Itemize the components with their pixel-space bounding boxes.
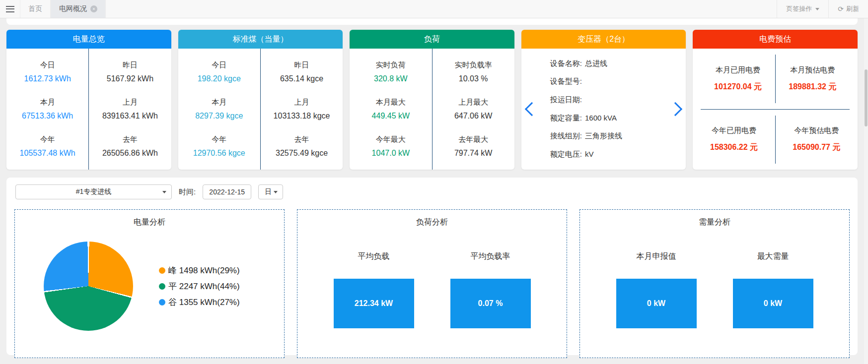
metric-label: 本月申报值 <box>637 251 676 262</box>
stat-label: 今日 <box>8 61 86 70</box>
stat-cell: 今年最大 1047.0 kW <box>352 135 430 158</box>
refresh-button[interactable]: ⟳ 刷新 <box>828 0 868 18</box>
metric-declared-value: 本月申报值 0 kW <box>616 251 697 328</box>
transformer-line: 接线组别:三角形接线 <box>550 131 662 141</box>
stat-label: 实时负载率 <box>434 61 512 70</box>
refresh-label: 刷新 <box>846 4 859 13</box>
stat-cell: 去年 265056.86 kWh <box>91 135 169 158</box>
legend-item-peak[interactable]: 峰 1498 kWh(29%) <box>159 265 240 276</box>
stat-value: 12970.56 kgce <box>180 149 258 158</box>
tab-operations-dropdown[interactable]: 页签操作 <box>777 0 828 18</box>
field-label: 设备名称: <box>550 59 582 67</box>
panel-demand-analysis: 需量分析 本月申报值 0 kW 最大需量 0 kW <box>579 209 850 358</box>
legend-text: 平 2247 kWh(44%) <box>168 281 240 292</box>
field-label: 接线组别: <box>550 131 582 140</box>
stat-value: 103133.18 kgce <box>263 112 341 121</box>
stat-label: 昨日 <box>91 61 169 70</box>
stat-cell: 今年 12970.56 kgce <box>180 135 258 158</box>
metric-value-box: 0 kW <box>616 279 697 328</box>
stat-label: 去年 <box>91 135 169 144</box>
panel-title: 需量分析 <box>580 217 849 228</box>
card-coal-title: 标准煤（当量） <box>178 30 343 49</box>
energy-pie-chart <box>44 242 133 331</box>
metric-avg-load-rate: 平均负载率 0.07 % <box>450 251 531 328</box>
stat-value: 449.45 kW <box>352 112 430 121</box>
stat-value: 10.03 % <box>434 74 512 83</box>
load-left-column: 实时负荷 320.8 kW 本月最大 449.45 kW 今年最大 1047.0… <box>350 49 432 170</box>
menu-toggle-button[interactable] <box>0 0 20 18</box>
field-value: 1600 kVA <box>585 114 617 122</box>
card-transformer: 变压器（2台） 设备名称:总进线 设备型号: 投运日期: 额 <box>521 30 686 170</box>
transformer-line: 额定容量:1600 kVA <box>550 114 662 123</box>
stat-cell: 今日 1612.73 kWh <box>8 61 86 83</box>
legend-item-valley[interactable]: 谷 1355 kWh(27%) <box>159 297 240 308</box>
stat-label: 今年 <box>8 135 86 144</box>
fee-cell: 今年已用电费 158306.22 元 <box>693 116 775 164</box>
stat-cell: 今日 198.20 kgce <box>180 61 258 83</box>
stat-cell: 上月 103133.18 kgce <box>263 98 341 121</box>
chevron-left-icon <box>525 102 539 116</box>
coal-right-column: 昨日 635.14 kgce 上月 103133.18 kgce 去年 3257… <box>261 49 343 170</box>
card-fee-estimate: 电费预估 本月已用电费 101270.04 元 本月预估电费 189881.32… <box>693 30 858 170</box>
energy-left-column: 今日 1612.73 kWh 本月 67513.36 kWh 今年 105537… <box>6 49 89 170</box>
tab-grid-overview[interactable]: 电网概况 × <box>51 0 106 18</box>
stat-value: 5167.92 kWh <box>91 74 169 83</box>
stat-value: 635.14 kgce <box>263 74 341 83</box>
stat-cell: 本月 8297.39 kgce <box>180 98 258 121</box>
stat-label: 上月 <box>263 98 341 107</box>
carousel-next-button[interactable] <box>665 49 686 170</box>
stat-label: 昨日 <box>263 61 341 70</box>
tab-home[interactable]: 首页 <box>20 0 51 18</box>
date-input[interactable]: 2022-12-15 <box>203 184 251 199</box>
fee-cell: 本月已用电费 101270.04 元 <box>701 55 775 103</box>
stat-value: 839163.41 kWh <box>91 112 169 121</box>
card-standard-coal: 标准煤（当量） 今日 198.20 kgce 本月 8297.39 kgce 今… <box>178 30 343 170</box>
chevron-down-icon <box>162 191 166 193</box>
carousel-prev-button[interactable] <box>521 49 542 170</box>
stat-label: 本月 <box>180 98 258 107</box>
fee-label: 今年已用电费 <box>712 126 756 135</box>
fee-cell: 本月预估电费 189881.32 元 <box>776 49 850 109</box>
stat-cell: 昨日 635.14 kgce <box>263 61 341 83</box>
fee-label: 本月已用电费 <box>716 65 760 75</box>
card-energy-title: 电量总览 <box>6 30 171 49</box>
stat-value: 797.74 kW <box>434 149 512 158</box>
stat-label: 今日 <box>180 61 258 70</box>
topbar-spacer <box>106 0 777 18</box>
stat-label: 去年最大 <box>434 135 512 144</box>
chevron-right-icon <box>668 102 682 116</box>
legend-swatch-icon <box>159 283 165 290</box>
field-label: 额定电压: <box>550 150 582 158</box>
tab-operations-label: 页签操作 <box>786 4 812 13</box>
date-value: 2022-12-15 <box>209 188 245 196</box>
stat-value: 1612.73 kWh <box>8 74 86 83</box>
fee-value: 158306.22 元 <box>710 142 758 153</box>
legend-text: 峰 1498 kWh(29%) <box>168 265 240 276</box>
close-icon[interactable]: × <box>90 5 97 12</box>
legend-item-flat[interactable]: 平 2247 kWh(44%) <box>159 281 240 292</box>
fee-value: 101270.04 元 <box>714 82 762 92</box>
field-value: 总进线 <box>585 59 607 67</box>
legend-swatch-icon <box>159 267 165 274</box>
card-energy-overview: 电量总览 今日 1612.73 kWh 本月 67513.36 kWh 今年 1… <box>6 30 171 170</box>
line-select[interactable]: #1专变进线 <box>15 184 172 199</box>
filter-row: #1专变进线 时间: 2022-12-15 日 <box>15 184 850 199</box>
scrollbar-thumb[interactable] <box>865 69 868 126</box>
panel-title: 电量分析 <box>15 217 284 228</box>
fee-label: 今年预估电费 <box>794 126 839 135</box>
vertical-scrollbar[interactable] <box>864 18 868 364</box>
stat-value: 1047.0 kW <box>352 149 430 158</box>
top-tab-bar: 首页 电网概况 × 页签操作 ⟳ 刷新 <box>0 0 868 18</box>
metric-value-box: 0 kW <box>733 279 813 328</box>
stat-cell: 去年 32575.49 kgce <box>263 135 341 158</box>
pie-chart-area: 峰 1498 kWh(29%) 平 2247 kWh(44%) 谷 1355 k… <box>15 242 284 331</box>
transformer-line: 设备型号: <box>550 77 662 86</box>
stat-value: 320.8 kW <box>352 74 430 83</box>
granularity-select[interactable]: 日 <box>258 184 283 199</box>
fee-row-month: 本月已用电费 101270.04 元 本月预估电费 189881.32 元 <box>701 49 850 110</box>
scrolled-panel-edge <box>6 18 858 25</box>
metric-label: 平均负载率 <box>471 251 510 262</box>
fee-row-year: 今年已用电费 158306.22 元 今年预估电费 165090.77 元 <box>693 110 858 170</box>
transformer-details: 设备名称:总进线 设备型号: 投运日期: 额定容量:1600 kVA 接线组别:… <box>542 49 665 170</box>
stat-cell: 上月最大 647.06 kW <box>434 98 512 121</box>
